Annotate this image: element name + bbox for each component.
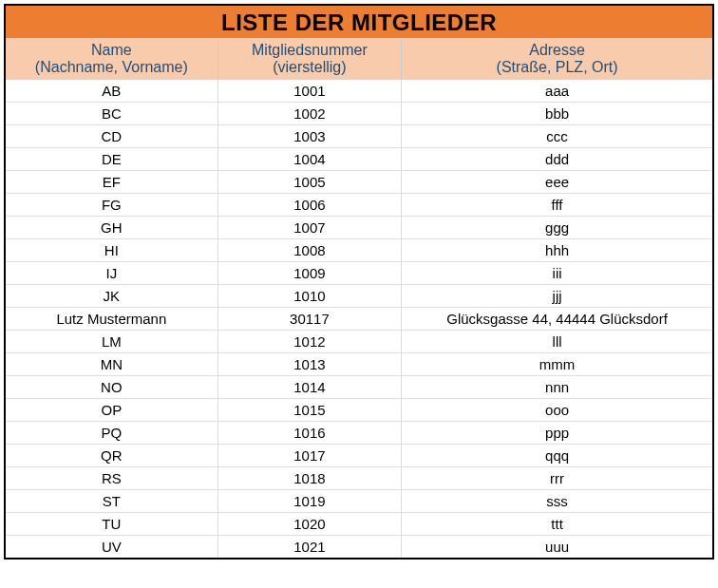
cell-number: 1015 [217,399,401,422]
table-body: AB1001aaaBC1002bbbCD1003cccDE1004dddEF10… [6,80,712,558]
cell-address: uuu [402,536,712,559]
table-row: OP1015ooo [6,399,712,422]
table-row: PQ1016ppp [6,422,712,445]
table-row: LM1012lll [6,331,712,353]
cell-name: PQ [6,422,217,445]
cell-name: TU [6,513,217,536]
cell-name: QR [6,445,217,467]
col-header-name: Name (Nachname, Vorname) [6,38,217,80]
cell-address: hhh [402,239,712,262]
cell-name: CD [6,125,217,148]
cell-name: HI [6,239,217,262]
page-title: LISTE DER MITGLIEDER [6,6,712,38]
table-row: Lutz Mustermann30117Glücksgasse 44, 4444… [6,308,712,331]
col-header-number-line2: (vierstellig) [224,59,395,76]
col-header-name-line1: Name [11,42,212,59]
cell-number: 1016 [217,422,401,445]
cell-name: BC [6,103,217,125]
table-row: HI1008hhh [6,239,712,262]
cell-address: qqq [402,445,712,467]
table-row: GH1007ggg [6,217,712,239]
table-row: MN1013mmm [6,353,712,376]
cell-name: Lutz Mustermann [6,308,217,331]
col-header-number-line1: Mitgliedsnummer [224,42,395,59]
cell-name: FG [6,194,217,217]
cell-number: 1014 [217,376,401,399]
col-header-address: Adresse (Straße, PLZ, Ort) [402,38,712,80]
table-row: AB1001aaa [6,80,712,103]
cell-name: DE [6,148,217,171]
cell-name: OP [6,399,217,422]
cell-number: 30117 [217,308,401,331]
cell-number: 1005 [217,171,401,194]
cell-address: iii [402,262,712,285]
table-row: DE1004ddd [6,148,712,171]
cell-name: UV [6,536,217,559]
cell-name: JK [6,285,217,308]
cell-address: Glücksgasse 44, 44444 Glücksdorf [402,308,712,331]
cell-address: ttt [402,513,712,536]
table-row: TU1020ttt [6,513,712,536]
cell-name: MN [6,353,217,376]
table-row: BC1002bbb [6,103,712,125]
cell-name: LM [6,331,217,353]
table-row: CD1003ccc [6,125,712,148]
cell-address: ppp [402,422,712,445]
table-row: FG1006fff [6,194,712,217]
table-row: IJ1009iii [6,262,712,285]
cell-address: bbb [402,103,712,125]
cell-address: nnn [402,376,712,399]
cell-number: 1007 [217,217,401,239]
cell-address: eee [402,171,712,194]
cell-name: AB [6,80,217,103]
col-header-name-line2: (Nachname, Vorname) [11,59,212,76]
cell-address: sss [402,490,712,513]
cell-number: 1002 [217,103,401,125]
cell-number: 1019 [217,490,401,513]
cell-number: 1020 [217,513,401,536]
cell-name: ST [6,490,217,513]
table-row: QR1017qqq [6,445,712,467]
members-table: Name (Nachname, Vorname) Mitgliedsnummer… [6,38,712,558]
cell-number: 1006 [217,194,401,217]
table-row: UV1021uuu [6,536,712,559]
table-row: ST1019sss [6,490,712,513]
table-row: NO1014nnn [6,376,712,399]
cell-number: 1012 [217,331,401,353]
cell-number: 1018 [217,467,401,490]
cell-address: jjj [402,285,712,308]
cell-address: ccc [402,125,712,148]
cell-address: rrr [402,467,712,490]
cell-name: EF [6,171,217,194]
cell-number: 1008 [217,239,401,262]
table-row: RS1018rrr [6,467,712,490]
cell-number: 1001 [217,80,401,103]
col-header-number: Mitgliedsnummer (vierstellig) [217,38,401,80]
cell-address: fff [402,194,712,217]
cell-name: NO [6,376,217,399]
cell-number: 1003 [217,125,401,148]
cell-number: 1017 [217,445,401,467]
cell-address: ggg [402,217,712,239]
cell-name: RS [6,467,217,490]
cell-name: GH [6,217,217,239]
cell-number: 1010 [217,285,401,308]
cell-number: 1021 [217,536,401,559]
cell-address: mmm [402,353,712,376]
cell-address: lll [402,331,712,353]
cell-address: ooo [402,399,712,422]
cell-address: aaa [402,80,712,103]
table-row: JK1010jjj [6,285,712,308]
member-list-container: LISTE DER MITGLIEDER Name (Nachname, Vor… [4,4,714,560]
cell-number: 1004 [217,148,401,171]
cell-number: 1013 [217,353,401,376]
cell-number: 1009 [217,262,401,285]
col-header-address-line2: (Straße, PLZ, Ort) [407,59,707,76]
table-row: EF1005eee [6,171,712,194]
cell-name: IJ [6,262,217,285]
col-header-address-line1: Adresse [407,42,707,59]
cell-address: ddd [402,148,712,171]
table-header-row: Name (Nachname, Vorname) Mitgliedsnummer… [6,38,712,80]
